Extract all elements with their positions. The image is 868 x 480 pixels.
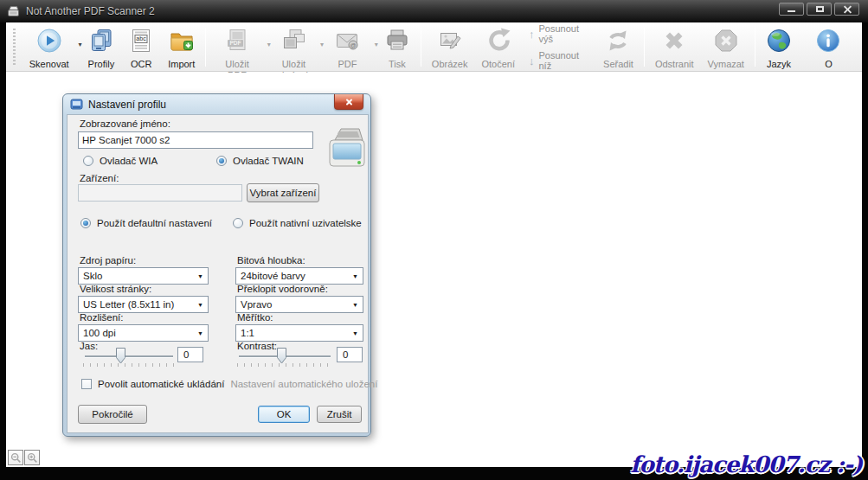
profile-settings-dialog: Nastavení profilu Zobrazované jméno: Ovl…	[62, 93, 371, 437]
use-default-label: Použít defaultní nastavení	[97, 218, 212, 228]
photo-watermark: foto.ijacek007.cz :-)	[630, 451, 862, 477]
display-name-label: Zobrazované jméno:	[80, 118, 170, 129]
combo-arrow-icon: ▼	[197, 273, 203, 279]
toolbar-grip	[13, 29, 16, 67]
driver-wia-option[interactable]: Ovladač WIA	[83, 156, 158, 166]
email-pdf-icon: @	[334, 28, 360, 57]
radio-wia-icon[interactable]	[83, 156, 93, 166]
auto-save-checkbox[interactable]	[81, 379, 92, 389]
paper-source-label: Zdroj papíru:	[80, 255, 136, 266]
svg-text:abc: abc	[137, 35, 147, 42]
toolbar-label-image: Obrázek	[432, 59, 468, 70]
toolbar-label-reorder: Seřadit	[603, 59, 633, 70]
dialog-body: Zobrazované jméno: Ovladač WIA Ovladač T…	[67, 114, 369, 433]
ok-button[interactable]: OK	[258, 406, 310, 423]
about-info-icon	[815, 28, 841, 57]
paper-source-combobox[interactable]: Sklo ▼	[78, 267, 209, 285]
toolbar-label-clear: Vymazat	[708, 59, 744, 70]
toolbar-button-save-pdf: PDF Uložit PDF ▾	[209, 25, 270, 69]
use-native-label: Použít nativní uzivatelske	[249, 218, 362, 228]
bit-depth-combobox[interactable]: 24bitové barvy ▼	[235, 267, 363, 285]
page-size-label: Velikost stránky:	[80, 284, 151, 294]
toolbar-button-email-pdf: @ PDF e-mailem ▾	[323, 25, 377, 69]
scale-combobox[interactable]: 1:1 ▼	[235, 324, 363, 342]
toolbar-separator	[421, 28, 421, 67]
use-native-option[interactable]: Použít nativní uzivatelske	[233, 218, 362, 228]
toolbar-label-scan: Skenovat	[29, 59, 69, 70]
radio-native-icon[interactable]	[233, 218, 243, 228]
image-edit-icon	[437, 28, 463, 57]
ocr-icon: abc	[128, 28, 154, 57]
resolution-label: Rozlišení:	[80, 312, 124, 323]
dialog-close-button[interactable]	[334, 94, 363, 110]
minimize-button[interactable]	[779, 3, 804, 16]
svg-text:@: @	[350, 42, 357, 48]
resolution-combobox[interactable]: 100 dpi ▼	[78, 324, 209, 342]
window-titlebar[interactable]: Not Another PDF Scanner 2	[0, 0, 868, 22]
print-icon	[384, 28, 410, 57]
scale-label: Měřítko:	[237, 312, 273, 323]
zoom-in-button[interactable]	[24, 450, 40, 465]
toolbar-label-import: Import	[168, 59, 195, 70]
toolbar-button-save-images: Uložit obrázek ▾	[270, 25, 323, 69]
maximize-button[interactable]	[807, 3, 832, 16]
choose-device-button[interactable]: Vybrat zařízení	[247, 183, 319, 202]
dialog-profile-icon	[70, 98, 83, 111]
toolbar-separator	[205, 28, 206, 67]
app-scanner-icon	[7, 5, 20, 18]
toolbar-button-move-down: ↓ Posunout níž	[529, 50, 589, 71]
application-window: Not Another PDF Scanner 2 Skenovat ▾ Pr	[0, 0, 868, 480]
toolbar-button-about[interactable]: O programu	[799, 25, 858, 69]
delete-x-icon	[661, 28, 687, 57]
toolbar-button-reorder: Seřadit	[596, 25, 640, 69]
move-down-arrow-icon: ↓	[529, 54, 535, 67]
combo-arrow-icon: ▼	[197, 330, 203, 336]
contrast-label: Kontrast:	[237, 341, 277, 351]
toolbar-label-move-down: Posunout níž	[538, 50, 589, 71]
toolbar-button-ocr[interactable]: abc OCR	[121, 25, 161, 69]
toolbar-label-print: Tisk	[389, 59, 406, 70]
dialog-titlebar[interactable]: Nastavení profilu	[63, 94, 370, 114]
page-size-combobox[interactable]: US Letter (8.5x11 in) ▼	[78, 296, 209, 313]
radio-default-icon[interactable]	[80, 218, 91, 228]
toolbar-button-import[interactable]: Import	[161, 25, 202, 69]
import-folder-icon	[169, 28, 195, 57]
advanced-button[interactable]: Pokročilé	[78, 405, 147, 424]
scanner-image-icon	[326, 126, 368, 175]
zoom-in-icon	[27, 452, 38, 464]
radio-twain-icon[interactable]	[216, 156, 227, 166]
brightness-slider-ticks	[83, 363, 175, 367]
display-name-input[interactable]	[78, 131, 313, 149]
bit-depth-label: Bitová hloubka:	[237, 255, 305, 266]
use-default-option[interactable]: Použít defaultní nastavení	[80, 218, 212, 228]
flip-horizontal-combobox[interactable]: Vpravo ▼	[235, 296, 363, 313]
main-toolbar: Skenovat ▾ Profily abc OCR Import	[6, 22, 862, 72]
toolbar-button-language[interactable]: Jazyk	[759, 25, 799, 69]
brightness-slider-track[interactable]	[85, 355, 173, 357]
toolbar-button-profiles[interactable]: Profily	[81, 25, 122, 69]
toolbar-label-rotate: Otočení	[481, 59, 515, 70]
contrast-value-input[interactable]	[337, 347, 363, 362]
brightness-value-input[interactable]	[177, 347, 203, 362]
zoom-controls	[8, 450, 40, 465]
device-input	[78, 184, 242, 202]
toolbar-button-clear: Vymazat	[701, 25, 751, 69]
auto-save-row: Povolit automatické ukládání Nastavení a…	[81, 379, 377, 389]
toolbar-label-move-up: Posunout výš	[538, 23, 589, 44]
combo-arrow-icon: ▼	[352, 330, 358, 336]
cancel-button[interactable]: Zrušit	[317, 406, 362, 423]
clear-octagon-icon	[713, 28, 739, 57]
toolbar-button-scan[interactable]: Skenovat ▾	[23, 25, 81, 69]
driver-wia-label: Ovladač WIA	[100, 156, 158, 166]
scan-icon	[36, 28, 62, 57]
driver-twain-option[interactable]: Ovladač TWAIN	[216, 156, 304, 166]
toolbar-button-rotate: Otočení	[474, 25, 522, 69]
zoom-out-button[interactable]	[8, 450, 23, 465]
move-up-arrow-icon: ↑	[529, 28, 535, 41]
window-title: Not Another PDF Scanner 2	[26, 5, 155, 17]
dialog-title: Nastavení profilu	[88, 99, 166, 111]
profiles-icon	[88, 28, 114, 57]
auto-save-label: Povolit automatické ukládání	[98, 379, 224, 389]
close-button[interactable]	[834, 3, 859, 16]
minimize-icon	[788, 10, 795, 12]
